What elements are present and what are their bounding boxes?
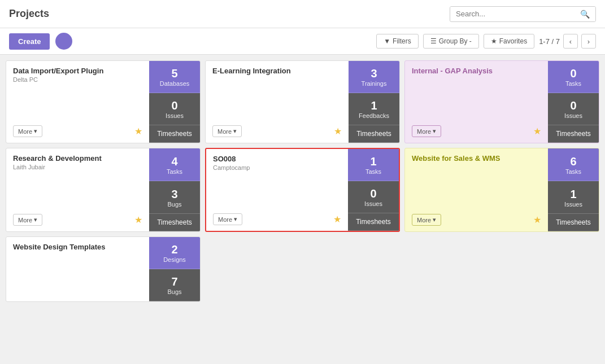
stat-number: 1 <box>570 187 576 201</box>
pagination: 1-7 / 7 ‹ › <box>539 34 596 49</box>
timesheets-button[interactable]: Timesheets <box>349 125 399 143</box>
prev-page-button[interactable]: ‹ <box>563 34 578 49</box>
stat-box-1[interactable]: 5 Databases <box>149 61 200 93</box>
stat-number: 6 <box>570 155 576 168</box>
stat-box-2[interactable]: 3 Bugs <box>149 181 200 214</box>
stat-number: 5 <box>171 67 177 80</box>
chevron-icon: ▾ <box>34 216 37 223</box>
stat-box-1[interactable]: 4 Tasks <box>149 148 200 181</box>
create-button[interactable]: Create <box>9 33 50 50</box>
toolbar-right: ▼ Filters ☰ Group By - ★ Favorites 1-7 /… <box>376 34 596 49</box>
more-button[interactable]: More ▾ <box>412 214 441 226</box>
project-title: E-Learning Integration <box>212 67 342 75</box>
stat-label: Issues <box>564 201 582 208</box>
stat-label: Tasks <box>167 168 182 175</box>
more-button[interactable]: More ▾ <box>412 125 441 137</box>
search-button[interactable]: 🔍 <box>574 7 595 21</box>
stat-box-2[interactable]: 1 Feedbacks <box>349 93 399 125</box>
favorite-star[interactable]: ★ <box>334 126 342 137</box>
favorites-label: Favorites <box>499 37 527 45</box>
project-title: Internal - GAP Analysis <box>412 67 541 75</box>
stat-number: 2 <box>171 243 177 256</box>
stat-box-2[interactable]: 0 Issues <box>149 93 200 125</box>
project-subtitle: Camptocamp <box>213 164 341 171</box>
stat-label: Issues <box>364 200 382 207</box>
project-title: Research & Development <box>13 154 142 163</box>
more-button[interactable]: More ▾ <box>13 214 42 226</box>
stat-box-2[interactable]: 1 Issues <box>548 181 599 214</box>
stat-box-1[interactable]: 2 Designs <box>149 237 200 269</box>
project-title: Website Design Templates <box>13 243 142 251</box>
stat-number: 0 <box>570 99 576 112</box>
chevron-icon: ▾ <box>34 128 37 135</box>
group-by-button[interactable]: ☰ Group By - <box>423 34 479 49</box>
stat-box-2[interactable]: 0 Issues <box>348 181 399 213</box>
stat-number: 0 <box>370 187 376 200</box>
timesheets-button[interactable]: Timesheets <box>348 213 399 231</box>
project-card-so008: SO008 Camptocamp More ▾ ★ 1 Tasks 0 Issu… <box>205 148 400 232</box>
favorite-star[interactable]: ★ <box>134 126 142 137</box>
favorite-star[interactable]: ★ <box>533 126 541 137</box>
avatar[interactable] <box>55 33 72 50</box>
favorites-button[interactable]: ★ Favorites <box>484 34 534 49</box>
chevron-icon: ▾ <box>234 216 237 223</box>
more-button[interactable]: More ▾ <box>13 125 42 137</box>
card-footer: More ▾ ★ <box>212 125 342 137</box>
stat-box-2[interactable]: 0 Issues <box>548 93 599 125</box>
projects-grid: Data Import/Export Plugin Delta PC More … <box>0 55 605 308</box>
stat-number: 4 <box>171 155 177 168</box>
card-right: 1 Tasks 0 Issues Timesheets <box>348 149 399 231</box>
chevron-icon: ▾ <box>233 128 237 135</box>
star-icon: ★ <box>491 37 497 45</box>
card-footer: More ▾ ★ <box>412 214 541 226</box>
stat-number: 3 <box>371 67 377 80</box>
project-card-internal-gap: Internal - GAP Analysis More ▾ ★ 0 Tasks… <box>404 60 599 143</box>
card-left: E-Learning Integration More ▾ ★ <box>206 61 349 143</box>
stat-label: Trainings <box>362 80 387 87</box>
stat-label: Bugs <box>167 288 181 295</box>
stat-box-1[interactable]: 6 Tasks <box>548 148 599 181</box>
group-by-label: Group By - <box>439 37 472 45</box>
favorite-star[interactable]: ★ <box>333 214 341 225</box>
list-icon: ☰ <box>430 37 437 45</box>
project-subtitle: Laith Jubair <box>13 164 142 170</box>
search-bar: 🔍 <box>450 6 596 22</box>
search-input[interactable] <box>450 7 574 21</box>
card-right: 4 Tasks 3 Bugs Timesheets <box>149 148 200 231</box>
next-page-button[interactable]: › <box>581 34 596 49</box>
card-footer: More ▾ ★ <box>213 213 341 225</box>
filters-button[interactable]: ▼ Filters <box>376 34 419 49</box>
filter-icon: ▼ <box>384 37 390 45</box>
stat-label: Issues <box>564 112 582 119</box>
card-footer: More ▾ ★ <box>13 125 142 137</box>
stat-number: 1 <box>371 99 377 112</box>
stat-box-1[interactable]: 0 Tasks <box>548 61 599 93</box>
stat-label: Issues <box>166 112 184 119</box>
stat-number: 0 <box>171 99 177 112</box>
header: Projects 🔍 <box>0 0 605 28</box>
favorite-star[interactable]: ★ <box>533 214 541 225</box>
timesheets-button[interactable]: Timesheets <box>548 125 599 143</box>
card-left: Data Import/Export Plugin Delta PC More … <box>6 61 149 143</box>
card-left: Website for Sales & WMS More ▾ ★ <box>405 148 548 231</box>
card-right: 6 Tasks 1 Issues Timesheets <box>548 148 599 231</box>
stat-label: Bugs <box>167 201 181 208</box>
stat-number: 3 <box>171 187 177 201</box>
timesheets-button[interactable]: Timesheets <box>548 214 599 231</box>
card-footer: More ▾ ★ <box>13 214 142 226</box>
page-title: Projects <box>9 8 49 20</box>
stat-label: Designs <box>163 256 186 263</box>
timesheets-button[interactable]: Timesheets <box>149 214 200 231</box>
stat-label: Tasks <box>365 168 381 175</box>
card-left: SO008 Camptocamp More ▾ ★ <box>206 149 348 231</box>
card-footer: More ▾ ★ <box>412 125 541 137</box>
stat-box-2[interactable]: 7 Bugs <box>149 269 200 301</box>
timesheets-button[interactable]: Timesheets <box>149 125 200 143</box>
stat-box-1[interactable]: 1 Tasks <box>348 149 399 181</box>
stat-box-1[interactable]: 3 Trainings <box>349 61 399 93</box>
more-button[interactable]: More ▾ <box>213 213 242 225</box>
project-subtitle: Delta PC <box>13 76 142 83</box>
favorite-star[interactable]: ★ <box>134 214 142 225</box>
filters-label: Filters <box>393 37 411 45</box>
more-button[interactable]: More ▾ <box>212 125 242 137</box>
